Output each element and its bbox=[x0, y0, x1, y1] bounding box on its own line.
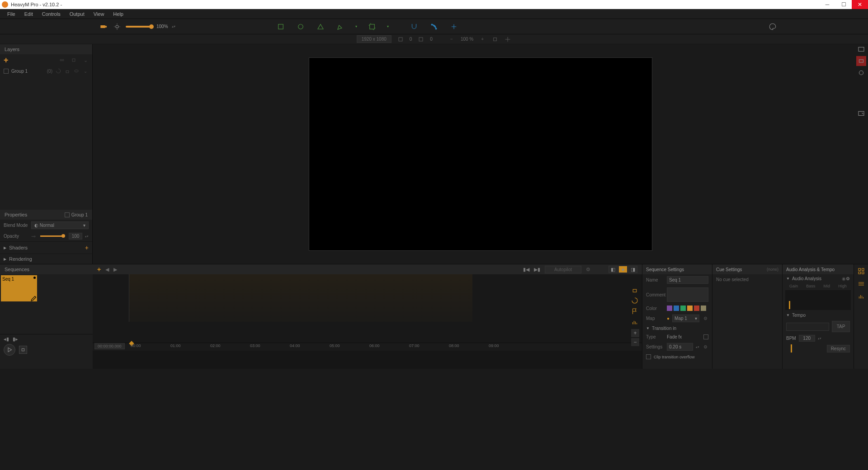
track-lock-icon[interactable] bbox=[630, 285, 639, 294]
bpm-stepper-icon[interactable]: ▴▾ bbox=[818, 337, 821, 340]
magnet-icon[interactable] bbox=[409, 22, 419, 32]
minimize-button[interactable]: ─ bbox=[819, 0, 835, 9]
blend-mode-select[interactable]: ◐ Normal▾ bbox=[31, 221, 89, 229]
layer-visibility-icon[interactable] bbox=[73, 68, 80, 74]
autopilot-settings-icon[interactable]: ⚙ bbox=[586, 267, 590, 273]
map-settings-icon[interactable]: ⚙ bbox=[702, 315, 708, 322]
projector-icon[interactable] bbox=[99, 22, 108, 32]
color-swatch[interactable] bbox=[667, 306, 672, 311]
track-eq-icon[interactable] bbox=[630, 318, 639, 327]
rectangle-tool-icon[interactable] bbox=[276, 22, 286, 32]
track-loop-icon[interactable] bbox=[630, 296, 639, 305]
zoom-in-icon[interactable]: + bbox=[479, 36, 486, 43]
transition-in-section[interactable]: ▼ Transition in bbox=[642, 324, 712, 333]
layer-collapse-icon[interactable]: ⌄ bbox=[82, 68, 89, 74]
export-icon[interactable] bbox=[856, 108, 866, 118]
skip-fwd-icon[interactable]: ▶▮ bbox=[534, 267, 540, 273]
mode-center-button[interactable]: ● bbox=[618, 266, 627, 273]
timecode-display[interactable]: 00:00:00.000 bbox=[94, 343, 125, 349]
layer-shape-icon[interactable] bbox=[71, 57, 77, 63]
menu-edit[interactable]: Edit bbox=[20, 10, 38, 18]
timeline-prev-icon[interactable]: ◀ bbox=[105, 267, 109, 273]
preview-canvas[interactable] bbox=[309, 57, 652, 251]
maximize-button[interactable]: ☐ bbox=[835, 0, 852, 9]
sequence-block[interactable] bbox=[129, 274, 472, 322]
edit-sequence-icon[interactable] bbox=[30, 294, 36, 301]
opacity-link-icon[interactable]: ⊸ bbox=[31, 233, 36, 240]
brightness-icon[interactable] bbox=[112, 22, 122, 32]
circle-tool-icon[interactable] bbox=[296, 22, 306, 32]
track-area[interactable] bbox=[93, 274, 642, 343]
brightness-slider[interactable] bbox=[126, 26, 153, 28]
stop-button[interactable] bbox=[19, 346, 27, 354]
audio-settings-icon[interactable]: ⚙ bbox=[846, 276, 850, 281]
rendering-section[interactable]: ▶ Rendering bbox=[0, 254, 92, 264]
menu-file[interactable]: File bbox=[3, 10, 20, 18]
color-swatch[interactable] bbox=[687, 306, 693, 311]
color-swatch[interactable] bbox=[694, 306, 699, 311]
output-window-icon[interactable] bbox=[856, 44, 866, 54]
next-marker-button[interactable]: ▮▸ bbox=[13, 336, 18, 342]
transition-duration-input[interactable]: 0.20 s bbox=[667, 343, 693, 351]
play-button[interactable] bbox=[4, 344, 15, 356]
close-button[interactable]: ✕ bbox=[852, 0, 868, 9]
crop-tool-icon[interactable] bbox=[367, 22, 377, 32]
audio-enable-icon[interactable]: ◉ bbox=[842, 276, 846, 281]
resync-button[interactable]: Resync bbox=[827, 345, 850, 352]
triangle-tool-icon[interactable] bbox=[316, 22, 326, 32]
prev-marker-button[interactable]: ◂▮ bbox=[4, 336, 9, 342]
palette-icon[interactable] bbox=[768, 22, 778, 32]
fit-icon[interactable] bbox=[491, 36, 499, 43]
transition-settings-icon[interactable]: ⚙ bbox=[702, 344, 708, 350]
transition-enable-checkbox[interactable] bbox=[703, 334, 708, 339]
add-icon[interactable] bbox=[449, 22, 459, 32]
color-swatch[interactable] bbox=[674, 306, 679, 311]
seq-comment-input[interactable] bbox=[667, 287, 708, 302]
menu-view[interactable]: View bbox=[89, 10, 109, 18]
pen-tool-icon[interactable] bbox=[335, 22, 345, 32]
time-ruler[interactable]: 00:00:00.000 00:00 01:00 02:00 03:00 04:… bbox=[93, 343, 642, 351]
add-shader-button[interactable]: + bbox=[85, 244, 89, 251]
seq-name-input[interactable]: Seq 1 bbox=[667, 276, 708, 284]
crop-dropdown-icon[interactable]: ▾ bbox=[387, 24, 389, 28]
audio-analysis-section[interactable]: ▼ Audio Analysis ◉ ⚙ bbox=[783, 274, 854, 283]
bezier-icon[interactable] bbox=[429, 22, 439, 32]
layer-row[interactable]: Group 1 (0) ⌄ bbox=[0, 66, 92, 76]
mode-left-button[interactable]: ◧ bbox=[609, 266, 618, 273]
duration-stepper-icon[interactable]: ▴▾ bbox=[696, 345, 699, 349]
opacity-slider[interactable] bbox=[40, 235, 64, 237]
opacity-value[interactable]: 100 bbox=[69, 233, 82, 240]
output-fill-icon[interactable] bbox=[856, 56, 866, 66]
tap-button[interactable]: TAP bbox=[832, 321, 850, 332]
track-flag-icon[interactable] bbox=[630, 307, 639, 316]
opacity-stepper-icon[interactable]: ▴▾ bbox=[85, 235, 89, 238]
mode-right-button[interactable]: ◨ bbox=[628, 266, 637, 273]
move-icon[interactable] bbox=[504, 36, 511, 43]
timeline-zoom-out-button[interactable]: − bbox=[631, 338, 639, 346]
layer-link-icon[interactable] bbox=[59, 57, 65, 63]
prop-group-checkbox[interactable] bbox=[65, 212, 70, 217]
color-swatch[interactable] bbox=[701, 306, 706, 311]
skip-back-icon[interactable]: ▮◀ bbox=[523, 267, 529, 273]
menu-output[interactable]: Output bbox=[65, 10, 89, 18]
pen-dropdown-icon[interactable]: ▾ bbox=[355, 24, 357, 28]
timeline-view-icon[interactable] bbox=[856, 279, 866, 289]
mixer-view-icon[interactable] bbox=[856, 291, 866, 301]
grid-y-icon[interactable] bbox=[417, 36, 425, 43]
layer-lock-icon[interactable] bbox=[64, 68, 71, 74]
menu-controls[interactable]: Controls bbox=[38, 10, 65, 18]
timeline-zoom-in-button[interactable]: + bbox=[631, 329, 639, 337]
output-warp-icon[interactable] bbox=[856, 68, 866, 78]
bpm-input[interactable]: 120 bbox=[799, 335, 815, 342]
grid-view-icon[interactable] bbox=[856, 266, 866, 276]
add-layer-button[interactable]: + bbox=[4, 56, 9, 65]
color-swatch[interactable] bbox=[680, 306, 686, 311]
layer-checkbox[interactable] bbox=[4, 69, 9, 74]
sequence-card[interactable]: Seq 1 bbox=[1, 275, 37, 301]
autopilot-toggle[interactable]: Autopilot bbox=[545, 266, 581, 273]
add-cue-button[interactable]: + bbox=[97, 266, 101, 273]
zoom-out-icon[interactable]: − bbox=[448, 36, 455, 43]
canvas-area[interactable] bbox=[93, 44, 868, 264]
grid-x-icon[interactable] bbox=[397, 36, 404, 43]
layer-refresh-icon[interactable] bbox=[55, 68, 61, 74]
